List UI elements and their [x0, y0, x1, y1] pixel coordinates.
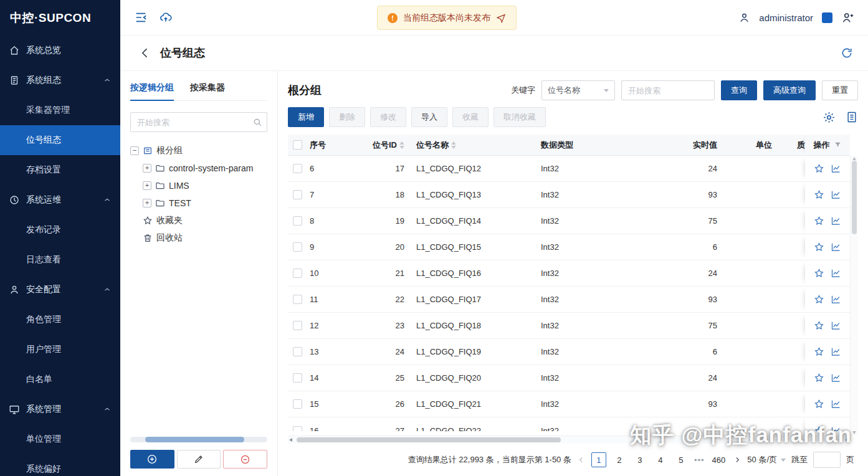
sidebar-group-security-configuration[interactable]: 安全配置 — [0, 275, 120, 305]
row-checkbox[interactable] — [293, 373, 302, 383]
sidebar-item-log-view[interactable]: 日志查看 — [0, 245, 120, 275]
favorite-star-icon[interactable] — [814, 216, 824, 226]
horizontal-scrollbar-thumb[interactable] — [297, 437, 561, 442]
tab-by-collector[interactable]: 按采集器 — [190, 75, 225, 100]
keyword-search-input[interactable] — [621, 80, 715, 100]
next-page-icon[interactable] — [733, 455, 742, 464]
trend-chart-icon[interactable] — [831, 268, 841, 278]
select-all-checkbox[interactable] — [293, 140, 302, 150]
trend-chart-icon[interactable] — [831, 426, 841, 432]
trend-chart-icon[interactable] — [831, 163, 841, 174]
row-checkbox[interactable] — [293, 295, 302, 304]
favorite-star-icon[interactable] — [814, 294, 824, 305]
tree-scrollbar-thumb[interactable] — [145, 437, 244, 442]
scroll-up-arrow[interactable] — [852, 157, 856, 160]
sort-icon[interactable] — [451, 141, 456, 149]
add-user-icon[interactable] — [841, 11, 854, 24]
collapse-menu-icon[interactable] — [134, 11, 148, 24]
favorite-star-icon[interactable] — [814, 189, 824, 200]
tree-node-favorites[interactable]: 收藏夹 — [130, 212, 267, 229]
delete-group-button[interactable] — [223, 450, 267, 469]
tab-by-logical-group[interactable]: 按逻辑分组 — [130, 75, 174, 100]
expand-expander-icon[interactable]: + — [143, 199, 151, 207]
row-checkbox[interactable] — [293, 216, 302, 226]
trend-chart-icon[interactable] — [831, 294, 841, 305]
trend-chart-icon[interactable] — [831, 373, 841, 383]
sidebar-group-system-management[interactable]: 系统管理 — [0, 394, 120, 424]
header-tag-id[interactable]: 位号ID — [368, 140, 408, 151]
trend-chart-icon[interactable] — [831, 216, 841, 226]
refresh-icon[interactable] — [841, 47, 853, 59]
vertical-scrollbar-thumb[interactable] — [852, 161, 857, 234]
favorite-star-icon[interactable] — [814, 268, 824, 278]
query-button[interactable]: 查询 — [721, 80, 757, 100]
gear-icon[interactable] — [823, 111, 836, 124]
page-number[interactable]: 2 — [612, 452, 627, 467]
row-checkbox[interactable] — [293, 164, 302, 173]
page-number-current[interactable]: 1 — [591, 452, 606, 467]
sidebar-item-release-records[interactable]: 发布记录 — [0, 215, 120, 245]
page-number[interactable]: 3 — [632, 452, 647, 467]
favorite-star-icon[interactable] — [814, 242, 824, 252]
favorite-star-icon[interactable] — [814, 163, 824, 174]
row-checkbox[interactable] — [293, 399, 302, 409]
trend-chart-icon[interactable] — [831, 242, 841, 252]
back-arrow-icon[interactable] — [139, 47, 151, 59]
add-button[interactable]: 新增 — [288, 107, 324, 127]
row-checkbox[interactable] — [293, 269, 302, 278]
collapse-expander-icon[interactable]: − — [130, 146, 139, 155]
favorite-star-icon[interactable] — [814, 346, 824, 357]
sidebar-item-system-overview[interactable]: 系统总览 — [0, 36, 120, 65]
add-group-button[interactable] — [130, 450, 174, 469]
favorite-star-icon[interactable] — [814, 426, 824, 432]
theme-color-button[interactable] — [822, 12, 832, 23]
favorite-star-icon[interactable] — [814, 373, 824, 383]
prev-page-icon[interactable] — [577, 455, 586, 464]
filter-funnel-icon[interactable] — [834, 141, 842, 149]
username[interactable]: administrator — [759, 12, 813, 23]
reset-button[interactable]: 重置 — [822, 80, 858, 100]
sidebar-item-archive-settings[interactable]: 存档设置 — [0, 155, 120, 185]
edit-group-button[interactable] — [177, 450, 221, 469]
favorite-button[interactable]: 收藏 — [452, 107, 489, 127]
favorite-star-icon[interactable] — [814, 320, 824, 331]
tree-node-lims[interactable]: + LIMS — [130, 177, 267, 194]
page-size-select[interactable]: 50 条/页 — [747, 454, 786, 465]
search-icon[interactable] — [248, 117, 267, 127]
tree-node-test[interactable]: + TEST — [130, 194, 267, 212]
page-number-last[interactable]: 460 — [710, 452, 728, 467]
advanced-query-button[interactable]: 高级查询 — [763, 80, 816, 100]
sidebar-item-role-management[interactable]: 角色管理 — [0, 305, 120, 335]
trend-chart-icon[interactable] — [831, 320, 841, 331]
favorite-star-icon[interactable] — [814, 399, 824, 409]
sidebar-item-system-preferences[interactable]: 系统偏好 — [0, 454, 120, 476]
sidebar-item-user-management[interactable]: 用户管理 — [0, 335, 120, 364]
sidebar-item-collector-management[interactable]: 采集器管理 — [0, 95, 120, 125]
publish-icon[interactable] — [496, 13, 506, 23]
row-checkbox[interactable] — [293, 190, 302, 199]
column-settings-icon[interactable] — [846, 111, 858, 123]
scroll-left-arrow[interactable] — [289, 438, 292, 442]
scroll-right-arrow[interactable] — [846, 438, 849, 442]
scroll-down-arrow[interactable] — [852, 431, 856, 434]
delete-button[interactable]: 删除 — [329, 107, 365, 127]
expand-expander-icon[interactable]: + — [143, 164, 151, 173]
jump-page-input[interactable] — [813, 452, 841, 468]
header-tag-name[interactable]: 位号名称 — [408, 140, 536, 151]
unfavorite-button[interactable]: 取消收藏 — [494, 107, 546, 127]
sort-icon[interactable] — [399, 141, 404, 149]
expand-expander-icon[interactable]: + — [143, 181, 151, 190]
row-checkbox[interactable] — [293, 321, 302, 330]
sidebar-group-system-configuration[interactable]: 系统组态 — [0, 65, 120, 95]
sidebar-item-whitelist[interactable]: 白名单 — [0, 364, 120, 394]
page-ellipsis[interactable]: ••• — [694, 455, 705, 465]
trend-chart-icon[interactable] — [831, 399, 841, 409]
row-checkbox[interactable] — [293, 242, 302, 252]
page-number[interactable]: 5 — [674, 452, 689, 467]
sidebar-group-system-operations[interactable]: 系统运维 — [0, 185, 120, 215]
row-checkbox[interactable] — [293, 426, 302, 432]
tree-search-input[interactable] — [131, 118, 248, 127]
row-checkbox[interactable] — [293, 347, 302, 356]
sidebar-item-unit-management[interactable]: 单位管理 — [0, 424, 120, 454]
modify-button[interactable]: 修改 — [370, 107, 406, 127]
